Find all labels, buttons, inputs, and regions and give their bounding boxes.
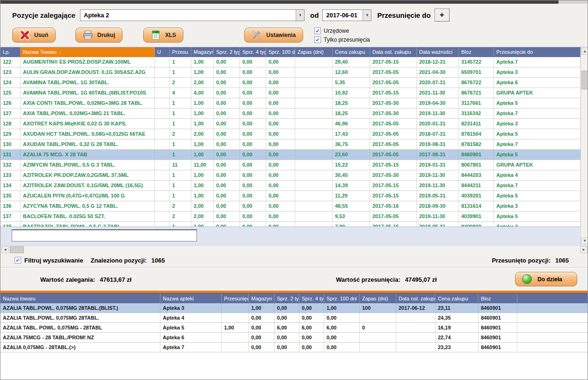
column-header-przesuniecie-do[interactable]: Przesunięcie do — [494, 47, 581, 57]
vertical-scrollbar[interactable]: ▲ ▼ — [581, 47, 588, 245]
cell-sprz-100-dni: 0,00 — [266, 57, 295, 67]
delete-button[interactable]: Usuń — [12, 28, 56, 43]
table-row[interactable]: 137BACLOFEN TABL. 0.025G 50 SZT.22,000,0… — [0, 212, 581, 222]
column-header-sprz-100-dni[interactable]: Sprz. 100 dni — [324, 293, 360, 304]
scroll-down-icon[interactable]: ▼ — [581, 237, 588, 244]
cell-u — [155, 57, 170, 67]
date-select[interactable]: 2017-06-01 ▼ — [322, 9, 371, 21]
column-header-przesu[interactable]: Przesu — [170, 47, 191, 57]
table-row[interactable]: 133AZITROLEK PR.DOP.ZAW.0,2G/5ML 37,5ML1… — [0, 170, 581, 181]
cell-przesuniecie-do: Apteka 7 — [494, 139, 581, 149]
column-header-magazyn[interactable]: Magazyn — [191, 47, 214, 57]
checkbox-only-moves-box[interactable]: ✔ — [314, 37, 321, 43]
table-row[interactable]: 128AXOTRET KAPS.MIęKKIE 0,02 G 30 KAPS.1… — [0, 119, 581, 129]
column-header-data-ost-zakupu[interactable]: Data ost. zakupu — [396, 293, 436, 304]
column-header-magazyn[interactable]: Magazyn — [249, 293, 275, 304]
cell-lp: 133 — [0, 170, 21, 180]
column-header-sprz-100-dni[interactable]: Sprz. 100 dni — [266, 47, 295, 57]
cell-bloz: 4039201 — [459, 191, 494, 201]
cell-zapas-dni — [295, 57, 333, 67]
table-row[interactable]: 125AVAMINA TABL.POWL. 1G 60TABL.(6BLIST.… — [0, 88, 581, 98]
column-header-sprz-2-tyg[interactable]: Sprz. 2 tyg — [214, 47, 240, 57]
column-header-zapas-dni[interactable]: Zapas (dni) — [295, 47, 333, 57]
column-header-label: Przesunięcie — [224, 296, 249, 301]
table-row[interactable]: AZALIA TABL. POWL. 0,075MG - 28TABLAptek… — [0, 323, 588, 333]
cell-sprz-100-dni: 0,00 — [266, 191, 295, 201]
green-light-icon — [522, 274, 532, 284]
table-row[interactable]: 122AUGMENTIN® ES PROSZ.DOSP.ZAW.100ML11,… — [0, 57, 581, 67]
checkbox-official-box[interactable]: ✔ — [314, 28, 321, 34]
column-header-sprz-4-tyg[interactable]: Sprz. 4 tyg. — [299, 293, 324, 304]
horizontal-scrollbar[interactable]: ◄ ► — [0, 245, 588, 253]
column-header-data-ost-zakupu[interactable]: Data ost. zakupu — [370, 47, 417, 57]
cell-przesuniecie — [222, 343, 249, 352]
column-header-bloz[interactable]: Bloz — [479, 293, 517, 304]
column-header-u[interactable]: U — [155, 47, 170, 57]
cell-sprz-100-dni: 0,00 — [266, 170, 295, 180]
cell-u — [155, 170, 170, 180]
column-header-lp[interactable]: Lp. — [0, 47, 21, 57]
xls-export-button[interactable]: XLS — [143, 28, 183, 43]
chevron-down-icon[interactable]: ▼ — [363, 10, 371, 21]
table-row[interactable]: 123AULIN GRAN.DOP.ZAW.DOUST. 0,1G 30SASZ… — [0, 67, 581, 78]
table-row[interactable]: AZALIA 75MCG - 28 TABL./PROM! NZApteka 6… — [0, 333, 588, 343]
cell-data-ost-zakupu: 2017-05-05 — [370, 139, 417, 149]
cell-data-ost-zakupu: 2017-05-15 — [370, 191, 417, 201]
print-button[interactable]: Drukuj — [75, 28, 123, 43]
cell-sprz-100-dni: 1,00 — [324, 303, 360, 313]
table-row[interactable]: AZALIA TABL.POWL. 0,075MG 28TABL.(BLIST.… — [0, 303, 588, 313]
checkbox-official[interactable]: ✔ Urzędowe — [314, 28, 370, 34]
search-input[interactable] — [12, 229, 197, 241]
horizontal-scrollbar-thumb[interactable] — [10, 246, 24, 253]
cell-nazwa-towaru: AZALIA 75MCG - 28 TABL./PROM! NZ — [0, 333, 160, 342]
pharmacy-select[interactable]: Apteka 2 ▼ — [80, 9, 305, 21]
moved-items-label: Przesunięto pozycji: — [492, 257, 551, 264]
cell-sprz-4-tyg: 0,00 — [240, 181, 266, 190]
scroll-up-icon[interactable]: ▲ — [581, 48, 588, 55]
column-header-bloz[interactable]: Bloz — [459, 47, 494, 57]
column-header-sprz-4-tyg[interactable]: Sprz. 4 tyg. — [240, 47, 266, 57]
column-header-nazwa-apteki[interactable]: Nazwa apteki — [160, 293, 222, 304]
cell-przesu: 1 — [170, 222, 191, 227]
cell-data-ost-zakupu: 2017-05-30 — [370, 98, 417, 108]
column-header-zapas-dni[interactable]: Zapas (dni) — [360, 293, 396, 304]
table-row[interactable]: 124AVAMINA TABL.POWL. 1G 30TABL.22,000,0… — [0, 78, 581, 88]
column-header-sprz-2-tyg[interactable]: Sprz. 2 tyg. — [275, 293, 299, 304]
cell-przesu: 1 — [170, 98, 191, 108]
cell-magazyn: 0,00 — [249, 323, 275, 332]
table-row[interactable]: 135AZUCALEN PIYN (0,47G+0,47G)/ML 100 G1… — [0, 191, 581, 201]
settings-button[interactable]: Ustawienia — [244, 28, 303, 43]
cell-lp: 126 — [0, 98, 21, 108]
column-header-data-waznosci[interactable]: Data ważności — [417, 47, 459, 57]
table-row[interactable]: 130AXUDAN TABL.POWL. 0,32 G 28 TABL.11,0… — [0, 139, 581, 150]
table-row[interactable]: 136AZYCYNA TABL.POWL. 0,5 G 12 TABL.22,0… — [0, 201, 581, 212]
vertical-scrollbar-thumb[interactable] — [581, 71, 588, 89]
table-row[interactable]: AZALIA TABL.POWL. 0,075MG 28TABL.Apteka … — [0, 313, 588, 323]
cell-nazwa-apteki: Apteka 5 — [160, 323, 222, 332]
column-header-nazwa-towaru[interactable]: Nazwa towaru — [0, 293, 160, 304]
cell-u — [155, 191, 170, 201]
table-row[interactable]: 134AZITROLEK ZAW.DOUST. 0,1G/5ML 20ML (1… — [0, 181, 581, 191]
table-row[interactable]: 127AXIA TABL.POWL. 0,02MG+3MG 21 TABL.11… — [0, 109, 581, 119]
go-action-button-label: Do dzieła — [537, 276, 562, 283]
found-items-label: Znaleziono pozycji: — [91, 257, 147, 264]
cell-przesuniecie-do: Apteka 3 — [494, 67, 581, 77]
chevron-down-icon[interactable]: ▼ — [296, 10, 304, 21]
column-header-przesuniecie[interactable]: Przesunięcie — [222, 293, 249, 304]
checkbox-filter-search[interactable]: ✔ — [15, 257, 21, 263]
table-row[interactable]: 131AZALIA 75 MCG. X 28 TAB11,000,000,000… — [0, 150, 581, 160]
cell-cena-zakupu: 16,19 — [436, 323, 479, 332]
column-header-cena-zakupu[interactable]: Cena zakupu — [333, 47, 370, 57]
table-row[interactable]: 138BASTRAZOL TABL.POWL. 0,5 G 2 TABL.11,… — [0, 222, 581, 227]
table-row[interactable]: 129AXUDAN HCT TABL.POWL. 0,08G+0,0125G 5… — [0, 129, 581, 139]
checkbox-only-moves[interactable]: ✔ Tylko przesunięcia — [314, 37, 370, 43]
add-move-target-button[interactable]: + — [435, 8, 450, 22]
column-header-cena-zakupu[interactable]: Cena zakupu — [436, 293, 479, 304]
scroll-right-icon[interactable]: ► — [580, 246, 588, 253]
table-row[interactable]: AZALIA 0,075MG - 28TABL.(>)Apteka 70,000… — [0, 343, 588, 352]
go-action-button[interactable]: Do dzieła — [515, 272, 577, 286]
column-header-nazwa-towaru[interactable]: Nazwa Towaru↓ — [21, 47, 155, 57]
table-row[interactable]: 132AZIMYCIN TABL.POWL. 0,5 G 3 TABL.1111… — [0, 160, 581, 170]
scroll-left-icon[interactable]: ◄ — [1, 246, 9, 253]
table-row[interactable]: 126AXIA CONTI TABL.POWL. 0,02MG+3MG 28 T… — [0, 98, 581, 109]
